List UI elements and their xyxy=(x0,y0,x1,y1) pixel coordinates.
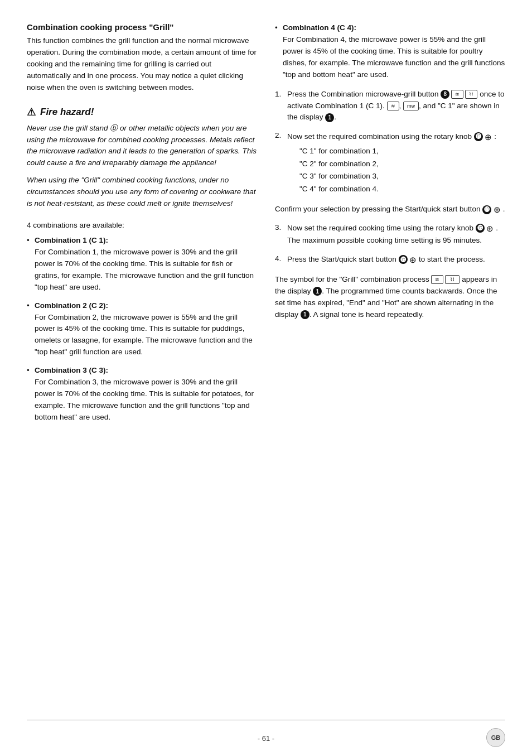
fire-hazard-body: Never use the grill stand ⓑ or other met… xyxy=(27,123,257,210)
step1-mw-icon: mw xyxy=(403,102,419,110)
display-1b-icon: 1 xyxy=(313,287,322,296)
start-rotary-icon: ⊕ xyxy=(409,255,417,264)
step3: 3. Now set the required cooking time usi… xyxy=(275,222,505,247)
display-1-icon: 1 xyxy=(325,113,334,122)
page: Combination cooking process "Grill" This… xyxy=(0,0,532,756)
c1-label: "C 1" for combination 1, xyxy=(299,146,505,157)
rotary-knob-14-icon: ⓭ xyxy=(474,132,483,141)
c3-label: "C 3" for combination 3, xyxy=(299,171,505,182)
combo1-item: Combination 1 (C 1): For Combination 1, … xyxy=(27,235,257,293)
combo2-text: For Combination 2, the microwave power i… xyxy=(35,313,253,357)
microwave-icon: ⌇⌇ xyxy=(465,90,477,99)
combo2-name: Combination 2 (C 2): xyxy=(35,301,108,310)
step3-text: Now set the required cooking time using … xyxy=(287,224,498,244)
grill-icon: ≋ xyxy=(451,90,463,99)
display-1c-icon: 1 xyxy=(301,310,309,319)
fire-hazard-title: ⚠ Fire hazard! xyxy=(27,106,257,118)
rotary-symbol-2-icon: ⊕ xyxy=(486,224,494,233)
steps-list: 1. Press the Combination microwave-grill… xyxy=(275,89,505,196)
combinations-intro: 4 combinations are available: xyxy=(27,220,257,232)
grill-icon-2: ≋ xyxy=(387,102,399,110)
c2-label: "C 2" for combination 2, xyxy=(299,158,505,170)
steps-list-2: 3. Now set the required cooking time usi… xyxy=(275,222,505,266)
confirm-text: Confirm your selection by pressing the S… xyxy=(275,205,480,214)
step1-display-icons: ≋ xyxy=(387,102,399,110)
confirm-rotary-icon: ⊕ xyxy=(494,205,501,214)
combo4-text: For Combination 4, the microwave power i… xyxy=(283,35,505,79)
mwave-icon-3: ⌇⌇ xyxy=(445,275,460,284)
footer-divider xyxy=(27,720,505,720)
combo3-text: For Combination 3, the microwave power i… xyxy=(35,378,254,421)
confirm-paragraph: Confirm your selection by pressing the S… xyxy=(275,203,505,216)
step2: 2. Now set the required combination usin… xyxy=(275,130,505,195)
combo3-name: Combination 3 (C 3): xyxy=(35,366,108,374)
step3-num: 3. xyxy=(275,222,281,234)
start-button-14-icon: ⓭ xyxy=(482,205,491,214)
gb-badge: GB xyxy=(486,728,505,747)
fire-hazard-para1: Never use the grill stand ⓑ or other met… xyxy=(27,123,257,170)
combo1-name: Combination 1 (C 1): xyxy=(35,236,108,244)
step4: 4. Press the Start/quick start button ⓭ … xyxy=(275,253,505,266)
c-values-list: "C 1" for combination 1, "C 2" for combi… xyxy=(287,146,505,196)
combo-list: Combination 1 (C 1): For Combination 1, … xyxy=(27,235,257,423)
start-btn-icon: ⓭ xyxy=(399,255,408,264)
right-column: Combination 4 (C 4): For Combination 4, … xyxy=(275,22,505,430)
intro-paragraph: This function combines the grill functio… xyxy=(27,35,257,94)
step1: 1. Press the Combination microwave-grill… xyxy=(275,89,505,124)
step4-text: Press the Start/quick start button ⓭ ⊕ t… xyxy=(287,255,485,263)
step1-text: Press the Combination microwave-grill bu… xyxy=(287,90,504,122)
step4-num: 4. xyxy=(275,253,281,265)
step2-text: Now set the required combination using t… xyxy=(287,132,496,141)
step2-num: 2. xyxy=(275,130,281,142)
combo4-bullet: Combination 4 (C 4): For Combination 4, … xyxy=(275,22,505,81)
combo4-name: Combination 4 (C 4): xyxy=(283,23,356,32)
step1-button-icon: 8 ≋ ⌇⌇ xyxy=(441,90,477,99)
page-footer: - 61 - xyxy=(0,734,532,743)
page-number: - 61 - xyxy=(258,734,274,743)
left-column: Combination cooking process "Grill" This… xyxy=(27,22,257,430)
fire-hazard-para2: When using the "Grill" combined cooking … xyxy=(27,175,257,210)
grill-combo-icons: ≋ ⌇⌇ xyxy=(431,275,460,284)
microwave-icon-2: mw xyxy=(403,102,419,110)
combo2-item: Combination 2 (C 2): For Combination 2, … xyxy=(27,300,257,359)
combo1-text: For Combination 1, the microwave power i… xyxy=(35,248,254,291)
c4-label: "C 4" for combination 4. xyxy=(299,184,505,195)
rotary-14-icon-2: ⓭ xyxy=(476,224,485,233)
bottom-paragraph: The symbol for the "Grill" combination p… xyxy=(275,274,505,321)
section-title: Combination cooking process "Grill" xyxy=(27,22,257,32)
rotary-symbol-icon: ⊕ xyxy=(485,132,492,141)
button-8-icon: 8 xyxy=(441,90,449,99)
step1-num: 1. xyxy=(275,89,281,100)
combo3-item: Combination 3 (C 3): For Combination 3, … xyxy=(27,365,257,423)
warning-triangle-icon: ⚠ xyxy=(27,106,36,118)
grill-icon-3: ≋ xyxy=(431,275,443,284)
fire-hazard-section: ⚠ Fire hazard! Never use the grill stand… xyxy=(27,106,257,210)
